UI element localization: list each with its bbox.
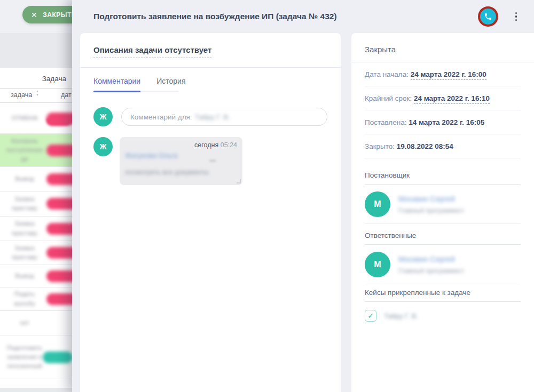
- person-role: Главный программист: [398, 267, 464, 275]
- task-label: Вывод: [0, 172, 49, 186]
- column-header-date[interactable]: дат: [61, 91, 72, 99]
- comment-composer: Ж Комментарий для: Тайру Г. В.: [93, 107, 327, 126]
- tabs: Комментарии История: [93, 77, 327, 85]
- status-badge: [43, 351, 73, 363]
- comment-day: сегодня: [194, 141, 218, 149]
- case-link[interactable]: Тайру Г. В.: [384, 312, 418, 320]
- comment-time: 05:24: [221, 141, 237, 149]
- task-label: Вывод: [0, 269, 49, 283]
- avatar: Ж: [93, 107, 113, 126]
- task-status: Закрыта: [365, 45, 521, 54]
- column-header-task[interactable]: задача: [11, 91, 32, 99]
- close-icon: ✕: [31, 11, 37, 19]
- date-row-closed: Закрыто: 19.08.2022 08:54: [365, 134, 521, 158]
- section-cases-header: Кейсы прикрепленные к задаче: [365, 289, 521, 302]
- date-label: Поставлена:: [365, 118, 406, 126]
- phone-icon: [480, 9, 496, 25]
- date-label: Закрыто:: [365, 142, 395, 150]
- person-role: Главный программист: [398, 207, 464, 214]
- comment-placeholder-name: Тайру Г. В.: [195, 113, 230, 121]
- date-row-assigned: Поставлена: 14 марта 2022 г. 16:05: [365, 110, 521, 134]
- date-value-editable[interactable]: 24 марта 2022 г. 16:00: [411, 70, 486, 80]
- table-row[interactable]: ОТМЕНА: [0, 103, 80, 134]
- checkmark-icon: ✓: [367, 311, 374, 320]
- tab-comments[interactable]: Комментарии: [93, 77, 140, 85]
- comment-input[interactable]: Комментарий для: Тайру Г. В.: [121, 108, 327, 126]
- table-row[interactable]: Заявка приставу: [0, 217, 80, 241]
- tab-history[interactable]: История: [156, 77, 185, 85]
- comment-author-link[interactable]: Жигунова Ольга: [125, 151, 237, 159]
- close-button-label: ЗАКРЫТЬ: [43, 11, 76, 19]
- comment-item: Ж сегодня 05:24 Жигунова Ольга ••• посмо…: [93, 137, 327, 185]
- sort-icon[interactable]: ▲▼: [36, 90, 39, 97]
- tab-indicator-track: [93, 91, 179, 92]
- task-label: Заявка приставу: [0, 193, 49, 215]
- comment-timestamp: сегодня 05:24: [194, 141, 237, 149]
- table-subheader: задача ▲▼ дат: [0, 89, 80, 103]
- table-row[interactable]: Подготовить заявление в пенсионный: [0, 335, 80, 379]
- comment-bubble: сегодня 05:24 Жигунова Ольга ••• посмотр…: [120, 137, 242, 185]
- task-title: Подготовить заявление на возбуждение ИП …: [93, 12, 478, 21]
- case-checkbox[interactable]: ✓: [365, 310, 376, 322]
- background-toolbar: ✕ ЗАКРЫТЬ: [0, 0, 80, 33]
- task-meta-card: Закрыта Дата начала: 24 марта 2022 г. 16…: [351, 33, 534, 392]
- task-label: Подать жалобу: [0, 287, 49, 310]
- comment-text: посмотреть все документы: [125, 169, 237, 176]
- task-description[interactable]: Описания задачи отсутствует: [93, 45, 211, 58]
- task-label: Заявка приставу: [0, 242, 49, 265]
- case-item: ✓ Тайру Г. В.: [365, 310, 521, 322]
- background-page: ✕ ЗАКРЫТЬ Задача задача ▲▼ дат ОТМЕНА Ко…: [0, 0, 80, 392]
- person-responsible[interactable]: М Москвин Сергей Главный программист: [365, 245, 521, 284]
- tab-indicator: [93, 91, 140, 92]
- modal-content: Описания задачи отсутствует Комментарии …: [80, 33, 534, 392]
- task-detail-card: Описания задачи отсутствует Комментарии …: [80, 33, 341, 392]
- modal-header: Подготовить заявление на возбуждение ИП …: [72, 0, 534, 33]
- task-label: Контроль поступления де: [0, 134, 49, 166]
- date-row-deadline: Крайний срок: 24 марта 2022 г. 16:10: [365, 86, 521, 110]
- table-row[interactable]: Вывод: [0, 265, 80, 287]
- call-button[interactable]: [478, 6, 498, 27]
- person-name-link[interactable]: Москвин Сергей: [398, 195, 464, 203]
- person-name-link[interactable]: Москвин Сергей: [398, 255, 464, 263]
- table-row[interactable]: нет: [0, 311, 80, 335]
- more-options-button[interactable]: [512, 9, 521, 25]
- person-info: Москвин Сергей Главный программист: [398, 195, 464, 214]
- date-label: Дата начала:: [365, 70, 409, 78]
- section-responsible-header: Ответственные: [365, 231, 521, 245]
- kebab-dot: [515, 12, 517, 14]
- avatar: М: [365, 191, 390, 217]
- comment-placeholder: Комментарий для:: [130, 113, 192, 121]
- avatar: Ж: [93, 137, 113, 156]
- avatar: М: [365, 252, 390, 277]
- person-author[interactable]: М Москвин Сергей Главный программист: [365, 185, 521, 224]
- task-label: нет: [0, 316, 49, 330]
- date-value: 19.08.2022 08:54: [397, 142, 453, 150]
- table-row[interactable]: Заявка приставу: [0, 241, 80, 265]
- table-row[interactable]: Подать жалобу: [0, 287, 80, 311]
- tasks-table: Задача задача ▲▼ дат ОТМЕНА Контроль пос…: [0, 68, 80, 388]
- task-label: ОТМЕНА: [0, 111, 49, 125]
- date-value-editable[interactable]: 24 марта 2022 г. 16:10: [414, 94, 490, 104]
- task-label: Подготовить заявление в пенсионный: [0, 341, 49, 373]
- kebab-dot: [515, 19, 517, 21]
- date-label: Крайний срок:: [365, 94, 412, 102]
- comment-menu-dots: •••: [209, 157, 216, 164]
- table-row[interactable]: Заявка приставу: [0, 191, 80, 217]
- resize-handle-icon[interactable]: [237, 179, 241, 183]
- table-row-selected[interactable]: Контроль поступления де: [0, 134, 80, 167]
- kebab-dot: [515, 15, 517, 18]
- task-modal: Подготовить заявление на возбуждение ИП …: [72, 0, 534, 392]
- task-label: Заявка приставу: [0, 217, 49, 240]
- table-row[interactable]: Вывод: [0, 167, 80, 191]
- section-author-header: Постановщик: [365, 171, 521, 185]
- date-row-start: Дата начала: 24 марта 2022 г. 16:00: [365, 62, 521, 86]
- date-value: 14 марта 2022 г. 16:05: [409, 118, 484, 126]
- table-group-header: Задача: [0, 68, 80, 89]
- person-info: Москвин Сергей Главный программист: [398, 255, 464, 275]
- divider: [80, 67, 341, 68]
